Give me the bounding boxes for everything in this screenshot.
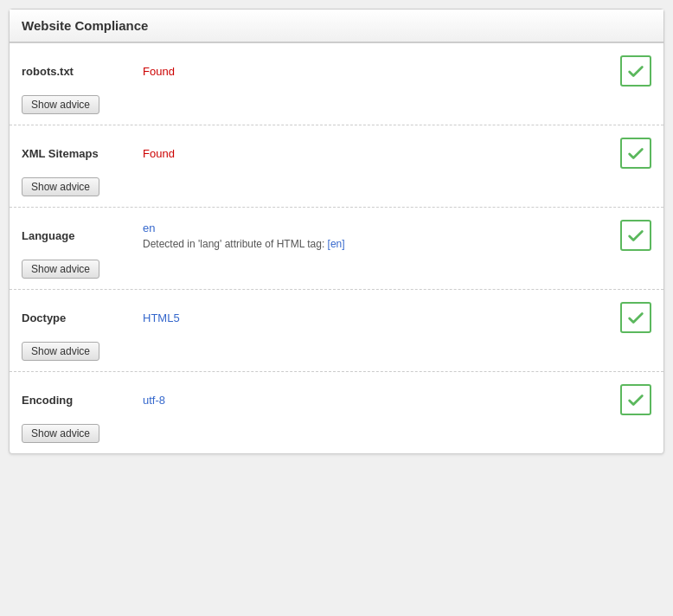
show-advice-button-encoding[interactable]: Show advice: [22, 424, 99, 443]
row-status-icon-doctype: [612, 302, 651, 333]
row-value-col-encoding: utf-8: [143, 394, 612, 407]
row-label-xml-sitemaps: XML Sitemaps: [22, 147, 143, 160]
compliance-row-language: LanguageenDetected in 'lang' attribute o…: [10, 208, 663, 290]
row-status-icon-robots-txt: [612, 55, 651, 87]
row-value-encoding: utf-8: [143, 394, 612, 407]
show-advice-button-language[interactable]: Show advice: [22, 260, 99, 279]
row-status-icon-encoding: [612, 384, 651, 415]
check-icon-doctype: [620, 302, 651, 333]
compliance-row-xml-sitemaps: XML SitemapsFound Show advice: [10, 125, 663, 208]
row-top-area: DoctypeHTML5: [22, 302, 651, 333]
row-status-icon-language: [612, 220, 651, 251]
compliance-rows: robots.txtFound Show adviceXML SitemapsF…: [10, 43, 663, 453]
check-icon-robots-txt: [620, 55, 651, 87]
row-top-area: robots.txtFound: [22, 55, 651, 87]
row-label-language: Language: [22, 229, 143, 242]
check-icon-encoding: [620, 384, 651, 415]
row-detail-language: Detected in 'lang' attribute of HTML tag…: [143, 238, 612, 250]
show-advice-button-xml-sitemaps[interactable]: Show advice: [22, 177, 99, 196]
row-value-language: en: [143, 221, 612, 234]
row-value-robots-txt: Found: [143, 65, 612, 78]
row-value-xml-sitemaps: Found: [143, 147, 612, 160]
compliance-row-robots-txt: robots.txtFound Show advice: [10, 43, 663, 125]
row-label-robots-txt: robots.txt: [22, 65, 143, 78]
row-top-area: XML SitemapsFound: [22, 138, 651, 169]
compliance-row-encoding: Encodingutf-8 Show advice: [10, 372, 663, 453]
check-icon-language: [620, 220, 651, 251]
show-advice-button-doctype[interactable]: Show advice: [22, 342, 99, 361]
row-status-icon-xml-sitemaps: [612, 138, 651, 169]
row-value-col-xml-sitemaps: Found: [143, 147, 612, 160]
row-label-encoding: Encoding: [22, 394, 143, 407]
row-top-area: LanguageenDetected in 'lang' attribute o…: [22, 220, 651, 251]
row-top-area: Encodingutf-8: [22, 384, 651, 415]
row-value-col-robots-txt: Found: [143, 65, 612, 78]
panel-title: Website Compliance: [10, 10, 663, 43]
show-advice-button-robots-txt[interactable]: Show advice: [22, 95, 99, 114]
row-value-doctype: HTML5: [143, 311, 612, 324]
check-icon-xml-sitemaps: [620, 138, 651, 169]
row-value-col-language: enDetected in 'lang' attribute of HTML t…: [143, 221, 612, 250]
website-compliance-panel: Website Compliance robots.txtFound Show …: [9, 9, 664, 454]
panel-title-text: Website Compliance: [22, 18, 148, 33]
compliance-row-doctype: DoctypeHTML5 Show advice: [10, 290, 663, 372]
row-label-doctype: Doctype: [22, 311, 143, 324]
row-value-col-doctype: HTML5: [143, 311, 612, 324]
